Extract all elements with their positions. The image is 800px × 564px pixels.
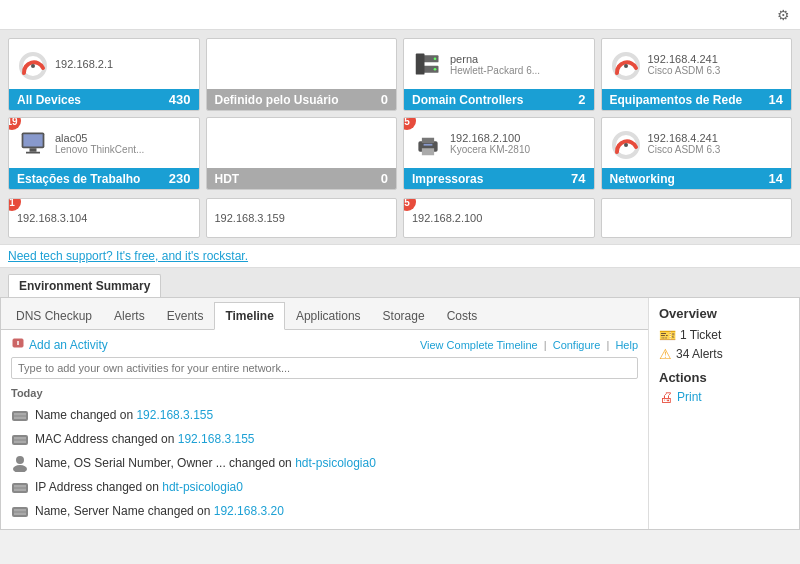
device-count: 0: [381, 92, 388, 107]
svg-rect-6: [416, 54, 425, 75]
env-summary: Environment Summary: [0, 268, 800, 297]
tab-dns-checkup[interactable]: DNS Checkup: [5, 302, 103, 329]
tab-costs[interactable]: Costs: [436, 302, 489, 329]
ticket-item: 🎫 1 Ticket: [659, 327, 789, 343]
blank-icon: [215, 48, 247, 80]
device-info: alac05 Lenovo ThinkCent...: [55, 132, 191, 155]
partial-card-ip: 192.168.3.159: [215, 212, 285, 224]
device-label: Impressoras: [412, 172, 483, 186]
device-label: Equipamentos de Rede: [610, 93, 743, 107]
support-link[interactable]: Need tech support? It's free, and it's r…: [8, 249, 248, 263]
help-link[interactable]: Help: [615, 339, 638, 351]
server-icon: [412, 48, 444, 80]
tab-storage[interactable]: Storage: [372, 302, 436, 329]
printer-icon: [412, 127, 444, 159]
event-link[interactable]: 192.168.3.20: [214, 504, 284, 518]
tab-alerts[interactable]: Alerts: [103, 302, 156, 329]
partial-card-ip: 192.168.2.100: [412, 212, 482, 224]
card-all-devices[interactable]: 192.168.2.1 All Devices 430: [8, 38, 200, 111]
card-hdt[interactable]: HDT 0: [206, 117, 398, 190]
view-timeline-link[interactable]: View Complete Timeline: [420, 339, 538, 351]
device-count: 74: [571, 171, 585, 186]
device-count: 14: [769, 92, 783, 107]
support-bar: Need tech support? It's free, and it's r…: [0, 244, 800, 268]
tab-applications[interactable]: Applications: [285, 302, 372, 329]
card-printers[interactable]: 5 192.168.2.100 Kyocera KM-2810 Impresso…: [403, 117, 595, 190]
event-item: Name, OS Serial Number, Owner ... change…: [11, 451, 638, 475]
event-text: IP Address changed on hdt-psicologia0: [35, 480, 243, 494]
card-networking[interactable]: 192.168.4.241 Cisco ASDM 6.3 Networking …: [601, 117, 793, 190]
device-label: All Devices: [17, 93, 81, 107]
badge-r3c1: 1: [8, 198, 21, 211]
svg-point-27: [16, 456, 24, 464]
gauge-icon: [610, 127, 642, 159]
partial-card-4[interactable]: [601, 198, 793, 238]
device-grid: 192.168.2.1 All Devices 430 Definido pel…: [0, 30, 800, 198]
event-text: MAC Address changed on 192.168.3.155: [35, 432, 255, 446]
svg-rect-11: [30, 148, 37, 152]
right-panel: Overview 🎫 1 Ticket ⚠ 34 Alerts Actions …: [649, 298, 799, 529]
monitor-icon: [17, 127, 49, 159]
network-event-icon: [11, 430, 29, 448]
partial-card-3[interactable]: 5 192.168.2.100: [403, 198, 595, 238]
device-count: 230: [169, 171, 191, 186]
network-event-icon: [11, 406, 29, 424]
card-workstations[interactable]: 19 alac05 Lenovo ThinkCent... Estações d…: [8, 117, 200, 190]
gear-icon[interactable]: ⚙: [777, 7, 790, 23]
device-ip: 192.168.2.100: [450, 132, 586, 144]
card-user-defined[interactable]: Definido pelo Usuário 0: [206, 38, 398, 111]
activity-input[interactable]: [11, 357, 638, 379]
svg-rect-10: [23, 134, 42, 146]
svg-point-18: [624, 143, 628, 147]
device-footer: HDT 0: [207, 168, 397, 189]
badge-r3c3: 5: [403, 198, 416, 211]
ticket-count: 1 Ticket: [680, 328, 721, 342]
tab-events[interactable]: Events: [156, 302, 215, 329]
device-count: 430: [169, 92, 191, 107]
device-info: 192.168.4.241 Cisco ASDM 6.3: [648, 53, 784, 76]
svg-point-8: [624, 64, 628, 68]
event-link[interactable]: hdt-psicologia0: [295, 456, 376, 470]
partial-card-2[interactable]: 192.168.3.159: [206, 198, 398, 238]
network-event-icon: [11, 478, 29, 496]
print-action[interactable]: 🖨 Print: [659, 389, 789, 405]
event-item: IP Address changed on hdt-psicologia0: [11, 475, 638, 499]
device-count: 0: [381, 171, 388, 186]
left-panel: DNS Checkup Alerts Events Timeline Appli…: [1, 298, 649, 529]
add-activity-button[interactable]: Add an Activity: [11, 336, 108, 353]
svg-point-4: [434, 57, 437, 60]
event-text: Name changed on 192.168.3.155: [35, 408, 213, 422]
top-bar: ⚙: [0, 0, 800, 30]
tab-timeline[interactable]: Timeline: [214, 302, 284, 330]
device-ip: 192.168.4.241: [648, 132, 784, 144]
env-summary-title: Environment Summary: [8, 274, 161, 297]
device-footer: Networking 14: [602, 168, 792, 189]
partial-card-1[interactable]: 1 192.168.3.104: [8, 198, 200, 238]
device-label: HDT: [215, 172, 240, 186]
overview-title: Overview: [659, 306, 789, 321]
ticket-icon: 🎫: [659, 327, 676, 343]
event-link[interactable]: 192.168.3.155: [136, 408, 213, 422]
svg-point-28: [13, 465, 27, 472]
svg-rect-14: [422, 138, 434, 143]
svg-rect-15: [422, 148, 434, 155]
device-label: Domain Controllers: [412, 93, 523, 107]
card-domain-controllers[interactable]: perna Hewlett-Packard 6... Domain Contro…: [403, 38, 595, 111]
network-event-icon: [11, 502, 29, 520]
card-equipamentos[interactable]: 192.168.4.241 Cisco ASDM 6.3 Equipamento…: [601, 38, 793, 111]
svg-rect-16: [424, 144, 433, 146]
device-footer: Equipamentos de Rede 14: [602, 89, 792, 110]
device-sub: Kyocera KM-2810: [450, 144, 586, 155]
event-link[interactable]: 192.168.3.155: [178, 432, 255, 446]
device-ip: 192.168.2.1: [55, 58, 191, 70]
device-label: Definido pelo Usuário: [215, 93, 339, 107]
event-link[interactable]: hdt-psicologia0: [162, 480, 243, 494]
svg-point-1: [31, 64, 35, 68]
actions-title: Actions: [659, 370, 789, 385]
gauge-icon: [17, 48, 49, 80]
configure-link[interactable]: Configure: [553, 339, 601, 351]
partial-row: 1 192.168.3.104 192.168.3.159 5 192.168.…: [0, 198, 800, 244]
device-footer: All Devices 430: [9, 89, 199, 110]
device-footer: Impressoras 74: [404, 168, 594, 189]
svg-point-5: [434, 68, 437, 71]
